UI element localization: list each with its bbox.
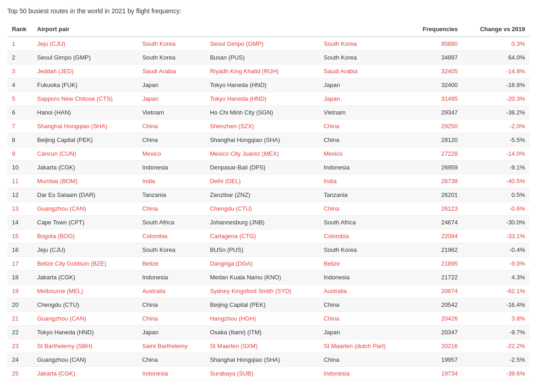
rank-cell: 19: [7, 284, 33, 298]
table-row: 11Mumbai (BOM)IndiaDelhi (DEL)India26738…: [7, 174, 530, 188]
airport1-cell: Cape Town (CPT): [33, 216, 137, 229]
airport2-cell: Shenzhen (SZX): [205, 120, 319, 133]
airport2-cell: Sydney Kingsford Smith (SYD): [205, 284, 319, 298]
country2-cell: China: [319, 312, 408, 326]
airport2-cell: Shanghai Hongqiao (SHA): [205, 133, 319, 147]
change-cell: -33.1%: [462, 229, 530, 243]
change-cell: -18.8%: [462, 78, 530, 92]
freq-cell: 34897: [407, 51, 462, 65]
table-row: 22Tokyo Haneda (HND)JapanOsaka (Itami) (…: [7, 326, 530, 339]
country1-cell: Saudi Arabia: [137, 65, 205, 78]
table-row: 10Jakarta (CGK)IndonesiaDenpasar-Bali (D…: [7, 161, 530, 174]
table-row: 5Sapporo New Chitose (CTS)JapanTokyo Han…: [7, 92, 530, 106]
airport2-cell: Johannesburg (JNB): [205, 216, 319, 229]
change-cell: -62.1%: [462, 284, 530, 298]
change-cell: -14.8%: [462, 65, 530, 78]
table-row: 3Jeddah (JED)Saudi ArabiaRiyadh King Kha…: [7, 65, 530, 78]
change-cell: -16.4%: [462, 298, 530, 312]
airport2-cell: Busan (PUS): [205, 51, 319, 65]
country2-cell: China: [319, 120, 408, 133]
country1-cell: China: [137, 353, 205, 367]
table-row: 6Hanoi (HAN)VietnamHo Chi Minh City (SGN…: [7, 106, 530, 120]
country2-cell: Belize: [319, 257, 408, 271]
rank-cell: 18: [7, 271, 33, 284]
airport1-cell: St Barthelemy (SBH): [33, 339, 137, 353]
table-row: 4Fukuoka (FUK)JapanTokyo Haneda (HND)Jap…: [7, 78, 530, 92]
airport1-cell: Sapporo New Chitose (CTS): [33, 92, 137, 106]
routes-table: Rank Airport pair Frequencies Change vs …: [7, 22, 530, 381]
freq-cell: 24674: [407, 216, 462, 229]
table-row: 17Belize City Goldson (BZE)BelizeDangrig…: [7, 257, 530, 271]
freq-cell: 26959: [407, 161, 462, 174]
airport1-cell: Guangzhou (CAN): [33, 312, 137, 326]
rank-cell: 3: [7, 65, 33, 78]
change-cell: -5.5%: [462, 133, 530, 147]
airport1-cell: Guangzhou (CAN): [33, 353, 137, 367]
header-rank: Rank: [7, 22, 33, 37]
country1-cell: Japan: [137, 78, 205, 92]
country1-cell: China: [137, 312, 205, 326]
airport2-cell: Zanzibar (ZNZ): [205, 188, 319, 202]
airport2-cell: Mexico City Juarez (MEX): [205, 147, 319, 161]
change-cell: -20.3%: [462, 92, 530, 106]
airport2-cell: Cartagena (CTG): [205, 229, 319, 243]
airport2-cell: Shanghai Hongqiao (SHA): [205, 353, 319, 367]
change-cell: -9.1%: [462, 161, 530, 174]
table-row: 18Jakarta (CGK)IndonesiaMedan Kuala Namu…: [7, 271, 530, 284]
change-cell: -39.6%: [462, 367, 530, 381]
rank-cell: 4: [7, 78, 33, 92]
country1-cell: Tanzania: [137, 188, 205, 202]
airport2-cell: Tokyo Haneda (HND): [205, 92, 319, 106]
table-row: 14Cape Town (CPT)South AfricaJohannesbur…: [7, 216, 530, 229]
country1-cell: South Korea: [137, 51, 205, 65]
country2-cell: South Korea: [319, 37, 408, 51]
table-row: 16Jeju (CJU)South KoreaBUSn (PUS)South K…: [7, 243, 530, 257]
freq-cell: 32400: [407, 78, 462, 92]
freq-cell: 22094: [407, 229, 462, 243]
airport1-cell: Jakarta (CGK): [33, 161, 137, 174]
change-cell: -2.0%: [462, 120, 530, 133]
freq-cell: 19734: [407, 367, 462, 381]
change-cell: 64.0%: [462, 51, 530, 65]
country1-cell: Vietnam: [137, 106, 205, 120]
table-row: 21Guangzhou (CAN)ChinaHangzhou (HGH)Chin…: [7, 312, 530, 326]
table-row: 20Chengdu (CTU)ChinaBeijing Capital (PEK…: [7, 298, 530, 312]
rank-cell: 11: [7, 174, 33, 188]
country2-cell: Colombia: [319, 229, 408, 243]
airport2-cell: Medan Kuala Namu (KNO): [205, 271, 319, 284]
change-cell: -2.5%: [462, 353, 530, 367]
country2-cell: St Maarten (dutch Part): [319, 339, 408, 353]
country1-cell: Colombia: [137, 229, 205, 243]
airport1-cell: Jeddah (JED): [33, 65, 137, 78]
airport2-cell: Delhi (DEL): [205, 174, 319, 188]
country2-cell: South Korea: [319, 51, 408, 65]
airport2-cell: Dangriga (DGA): [205, 257, 319, 271]
country1-cell: Mexico: [137, 147, 205, 161]
header-airport-pair: Airport pair: [33, 22, 407, 37]
country2-cell: China: [319, 133, 408, 147]
freq-cell: 85880: [407, 37, 462, 51]
table-row: 12Dar Es Salaam (DAR)TanzaniaZanzibar (Z…: [7, 188, 530, 202]
table-row: 25Jakarta (CGK)IndonesiaSurabaya (SUB)In…: [7, 367, 530, 381]
rank-cell: 22: [7, 326, 33, 339]
country2-cell: Indonesia: [319, 367, 408, 381]
airport1-cell: Guangzhou (CAN): [33, 202, 137, 216]
rank-cell: 9: [7, 147, 33, 161]
rank-cell: 7: [7, 120, 33, 133]
freq-cell: 20542: [407, 298, 462, 312]
rank-cell: 1: [7, 37, 33, 51]
rank-cell: 17: [7, 257, 33, 271]
header-frequencies: Frequencies: [407, 22, 462, 37]
table-row: 1Jeju (CJU)South KoreaSeoul Gimpo (GMP)S…: [7, 37, 530, 51]
rank-cell: 12: [7, 188, 33, 202]
freq-cell: 29347: [407, 106, 462, 120]
country1-cell: South Africa: [137, 216, 205, 229]
rank-cell: 23: [7, 339, 33, 353]
airport2-cell: Seoul Gimpo (GMP): [205, 37, 319, 51]
change-cell: -30.0%: [462, 216, 530, 229]
change-cell: 0.5%: [462, 188, 530, 202]
rank-cell: 2: [7, 51, 33, 65]
change-cell: 0.3%: [462, 37, 530, 51]
country2-cell: Japan: [319, 326, 408, 339]
freq-cell: 26123: [407, 202, 462, 216]
